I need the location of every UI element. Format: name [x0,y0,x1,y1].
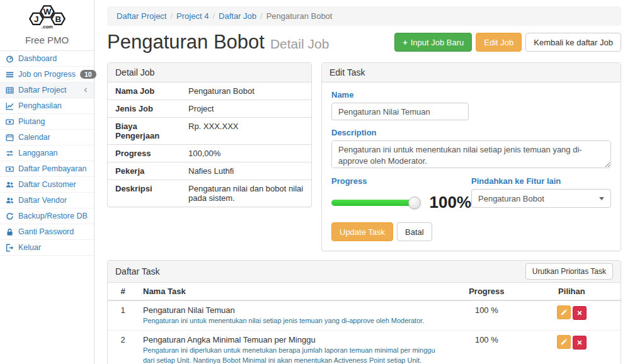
detail-row-deskripsi: DeskripsiPengaturan nilai dan bobot nila… [108,180,311,207]
sidebar-item-keluar[interactable]: Keluar [0,240,94,256]
sidebar-item-ganti-password[interactable]: Ganti Password [0,224,94,240]
delete-task-button[interactable] [573,306,587,320]
input-job-baru-button[interactable]: +Input Job Baru [394,33,472,52]
caret-down-icon [599,197,604,200]
edit-task-panel-title: Edit Task [322,63,621,82]
detail-row-progress: Progress100,00% [108,145,311,162]
svg-text:.com: .com [42,24,53,30]
breadcrumb-current: Pengaturan Bobot [266,11,333,21]
main-content: Daftar Project/Project 4/Daftar Job/Peng… [94,0,630,364]
sidebar-item-backup-restore-db[interactable]: Backup/Restore DB [0,208,94,224]
detail-row-pekerja: PekerjaNafies Luthfi [108,162,311,180]
task-description: Pengaturan ini untuk menentukan nilai se… [143,316,445,326]
sidebar-item-label: Daftar Project [18,86,66,94]
progress-slider[interactable] [331,200,415,206]
task-name-input[interactable] [331,103,469,120]
detail-label: Nama Job [108,82,183,100]
header-actions: +Input Job Baru Edit Job Kembali ke daft… [394,33,621,52]
sign-out-icon [6,244,14,252]
detail-job-panel-title: Detail Job [108,63,311,82]
task-name: Pengaturan Angka Minimal Temuan per Ming… [143,335,445,344]
edit-task-button[interactable] [557,305,571,319]
detail-value: Pengaturan nilai dan bobot nilai pada si… [183,180,311,207]
detail-label: Biaya Pengerjaan [108,118,183,144]
page-title: Pengaturan Bobot [107,31,265,53]
button-label: Input Job Baru [411,38,464,47]
breadcrumb-separator: / [212,11,215,21]
users-icon [6,181,14,189]
breadcrumb: Daftar Project/Project 4/Daftar Job/Peng… [107,6,621,26]
money-icon [6,118,14,126]
sidebar-item-daftar-project[interactable]: Daftar Project [0,82,94,98]
job-count-badge: 10 [80,70,96,79]
x-icon [576,339,583,346]
sidebar-item-dashboard[interactable]: Dashboard [0,51,94,67]
progress-slider-handle[interactable] [408,196,421,209]
sidebar-item-label: Langganan [18,149,58,157]
progress-percent-value: 100% [430,193,472,212]
detail-row-biaya: Biaya PengerjaanRp. XXX.XXX [108,118,311,145]
sidebar-item-label: Piutang [18,117,45,126]
detail-value: Pengaturan Bobot [183,82,260,100]
detail-label: Deskripsi [108,180,183,207]
sidebar-item-piutang[interactable]: Piutang [0,114,94,130]
edit-job-button[interactable]: Edit Job [476,33,522,52]
chevron-left-icon [83,88,88,93]
daftar-task-title: Daftar Task [115,266,160,276]
task-description-textarea[interactable] [331,140,611,168]
task-row-2: 2 Pengaturan Angka Minimal Temuan per Mi… [108,331,621,364]
lock-icon [6,228,14,236]
sidebar-item-label: Dashboard [18,54,57,63]
progress-label: Progress [331,176,471,186]
sidebar-item-calendar[interactable]: Calendar [0,130,94,145]
breadcrumb-link-daftar-job[interactable]: Daftar Job [219,11,256,21]
detail-row-nama-job: Nama JobPengaturan Bobot [108,82,311,100]
line-chart-icon [6,102,14,110]
page-title-wrap: Pengaturan BobotDetail Job [107,31,329,54]
detail-value: 100,00% [183,145,226,162]
sidebar-item-penghasilan[interactable]: Penghasilan [0,98,94,114]
detail-value: Rp. XXX.XXX [183,118,243,144]
plus-icon: + [403,38,408,47]
sidebar-item-label: Daftar Pembayaran [18,164,86,173]
task-description: Pengaturan ini diperlukan untuk menetuka… [143,346,445,364]
breadcrumb-link-daftar-project[interactable]: Daftar Project [117,11,166,21]
pencil-icon [560,338,568,346]
edit-task-button[interactable] [557,335,571,349]
delete-task-button[interactable] [573,336,587,350]
sidebar-item-label: Daftar Vendor [18,196,67,205]
page-subtitle: Detail Job [270,37,329,51]
sidebar-item-label: Keluar [18,243,41,252]
update-task-button[interactable]: Update Task [331,222,393,241]
sidebar-item-job-on-progress[interactable]: Job on Progress 10 [0,67,94,82]
task-progress: 100 % [450,331,523,364]
move-feature-select[interactable]: Pengaturan Bobot [471,189,611,208]
brand-name: Free PMO [0,35,94,45]
sidebar-item-label: Calendar [18,133,50,142]
detail-job-panel: Detail Job Nama JobPengaturan Bobot Jeni… [107,62,312,207]
sidebar-item-label: Backup/Restore DB [18,212,88,220]
column-header-num: # [108,283,138,300]
list-icon [6,71,14,79]
task-num: 2 [108,331,138,364]
detail-label: Progress [108,145,183,162]
breadcrumb-link-project-4[interactable]: Project 4 [176,11,209,21]
kembali-ke-daftar-job-button[interactable]: Kembali ke daftar Job [525,33,621,52]
urutkan-prioritas-task-button-top[interactable]: Urutkan Prioritas Task [525,263,613,280]
daftar-task-panel: Daftar Task Urutkan Prioritas Task # Nam… [107,260,621,364]
task-table-header: # Nama Task Progress Pilihan [108,283,621,300]
column-header-progress: Progress [450,283,523,300]
batal-button[interactable]: Batal [397,222,432,241]
sidebar-item-langganan[interactable]: Langganan [0,145,94,161]
calendar-icon [6,134,14,142]
task-progress: 100 % [450,300,523,331]
sidebar-item-daftar-customer[interactable]: Daftar Customer [0,177,94,193]
sidebar-item-daftar-vendor[interactable]: Daftar Vendor [0,193,94,208]
svg-text:W: W [43,7,51,16]
x-icon [576,310,583,316]
task-row-1: 1 Pengaturan Nilai Temuan Pengaturan ini… [108,300,621,331]
sidebar-item-label: Job on Progress [18,70,76,79]
sidebar-item-label: Penghasilan [18,101,62,110]
users-icon [6,196,14,205]
sidebar-item-daftar-pembayaran[interactable]: Daftar Pembayaran [0,161,94,177]
